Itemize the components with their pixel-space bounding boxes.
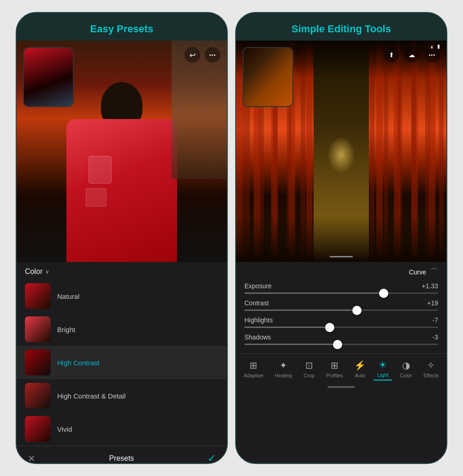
more-options-right-button[interactable]: ••• [424, 47, 440, 63]
color-icon: ◑ [402, 360, 410, 371]
right-phone-screen: ▲ ▮ ⬆ ☁ ••• [236, 41, 446, 463]
preset-thumb-high-contrast [25, 350, 51, 375]
exposure-fill [244, 292, 384, 294]
right-phone: Simple Editing Tools [235, 12, 447, 464]
contrast-slider-row: Contrast +19 [244, 299, 438, 311]
tool-auto[interactable]: ⚡ Auto [350, 358, 369, 380]
preset-thumb-natural [25, 283, 51, 309]
left-phone: Easy Presets [16, 12, 228, 464]
crop-icon: ⊡ [305, 360, 313, 371]
exposure-slider-header: Exposure +1.33 [244, 282, 438, 290]
highlights-track[interactable] [244, 327, 438, 328]
preset-bright[interactable]: Bright [17, 313, 227, 346]
right-thumb-image [243, 48, 292, 106]
preset-high-contrast[interactable]: High Contrast [17, 346, 227, 379]
presets-panel: Color ∨ Natural Bright [17, 262, 227, 446]
scroll-indicator-right [327, 386, 355, 388]
left-phone-title: Easy Presets [17, 13, 227, 41]
contrast-fill [244, 309, 357, 311]
shadows-thumb[interactable] [333, 340, 342, 349]
auto-label: Auto [355, 373, 366, 378]
contrast-track[interactable] [244, 309, 438, 311]
preset-thumb-bright [25, 316, 51, 342]
effects-label: Effects [423, 373, 439, 378]
bottom-toolbar: ⊞ Adaptive ✦ Healing ⊡ Crop ⊞ Profiles [236, 353, 446, 386]
highlights-label: Highlights [244, 316, 273, 324]
highlights-fill [244, 327, 330, 328]
tool-profiles[interactable]: ⊞ Profiles [322, 358, 347, 380]
contrast-slider-header: Contrast +19 [244, 299, 438, 307]
shadows-fill [244, 344, 338, 345]
share-button[interactable]: ⬆ [384, 47, 399, 63]
tool-adaptive[interactable]: ⊞ Adaptive [240, 358, 267, 380]
light-label: Light [377, 372, 388, 378]
light-icon: ☀ [379, 359, 387, 370]
preset-thumb-high-contrast-detail [25, 383, 51, 409]
right-main-photo: ▲ ▮ ⬆ ☁ ••• [236, 41, 446, 262]
photo-scroll-indicator [330, 256, 353, 257]
cloud-button[interactable]: ☁ [404, 47, 420, 63]
shadows-label: Shadows [244, 333, 271, 341]
undo-button[interactable]: ↩ [184, 47, 200, 63]
color-label: Color [400, 373, 412, 378]
highlights-thumb[interactable] [325, 323, 334, 332]
tool-crop[interactable]: ⊡ Crop [300, 358, 318, 380]
crop-label: Crop [303, 373, 315, 378]
torii-glow [327, 137, 355, 173]
right-photo-toolbar: ⬆ ☁ ••• [384, 47, 440, 63]
shadows-slider-row: Shadows -3 [244, 333, 438, 345]
chevron-down-icon: ∨ [45, 268, 49, 275]
category-label: Color [25, 268, 42, 276]
presets-bottom-bar: ✕ Presets ✓ [17, 446, 227, 464]
curve-label: Curve [409, 268, 426, 276]
auto-icon: ⚡ [354, 360, 366, 371]
preset-label-natural: Natural [57, 292, 79, 300]
left-main-photo: ↩ ••• [17, 41, 227, 262]
exposure-track[interactable] [244, 292, 438, 294]
preset-natural[interactable]: Natural [17, 280, 227, 313]
preset-thumb-vivid [25, 416, 51, 442]
adaptive-label: Adaptive [243, 373, 263, 378]
tool-color[interactable]: ◑ Color [396, 358, 416, 380]
sliders-section: Exposure +1.33 Contrast +19 [236, 280, 446, 353]
shadows-slider-header: Shadows -3 [244, 333, 438, 341]
healing-label: Healing [275, 373, 292, 378]
curve-icon: ⌒ [430, 267, 438, 278]
exposure-label: Exposure [244, 282, 272, 290]
contrast-label: Contrast [244, 299, 269, 307]
app-container: Easy Presets [0, 0, 463, 476]
presets-category[interactable]: Color ∨ [17, 262, 227, 280]
left-photo-toolbar: ↩ ••• [184, 47, 220, 63]
preset-label-bright: Bright [57, 326, 75, 333]
effects-icon: ✧ [427, 360, 435, 371]
cancel-button[interactable]: ✕ [28, 453, 36, 464]
more-options-button[interactable]: ••• [205, 47, 220, 63]
adaptive-icon: ⊞ [249, 360, 257, 371]
preset-label-vivid: Vivid [57, 425, 72, 433]
shadows-track[interactable] [244, 344, 438, 345]
highlights-slider-header: Highlights -7 [244, 316, 438, 324]
curve-header: Curve ⌒ [236, 262, 446, 280]
preset-label-high-contrast: High Contrast [57, 359, 100, 367]
tool-effects[interactable]: ✧ Effects [420, 358, 442, 380]
contrast-thumb[interactable] [352, 306, 362, 315]
highlights-slider-row: Highlights -7 [244, 316, 438, 328]
confirm-button[interactable]: ✓ [208, 452, 216, 464]
healing-icon: ✦ [279, 360, 287, 371]
preset-high-contrast-detail[interactable]: High Contrast & Detail [17, 379, 227, 412]
editing-panel: Curve ⌒ Exposure +1.33 [236, 262, 446, 463]
tool-light[interactable]: ☀ Light [374, 357, 392, 381]
left-thumbnail [23, 47, 74, 107]
profiles-label: Profiles [326, 373, 343, 378]
preset-vivid[interactable]: Vivid [17, 412, 227, 446]
right-thumbnail [243, 47, 293, 107]
tool-healing[interactable]: ✦ Healing [271, 358, 296, 380]
highlights-value: -7 [433, 316, 438, 324]
profiles-icon: ⊞ [331, 360, 338, 371]
left-thumb-image [24, 48, 73, 106]
right-phone-title: Simple Editing Tools [236, 13, 446, 41]
presets-label: Presets [109, 454, 134, 463]
exposure-thumb[interactable] [379, 289, 388, 298]
exposure-slider-row: Exposure +1.33 [244, 282, 438, 294]
left-phone-screen: ↩ ••• Color ∨ Natural [17, 41, 227, 464]
